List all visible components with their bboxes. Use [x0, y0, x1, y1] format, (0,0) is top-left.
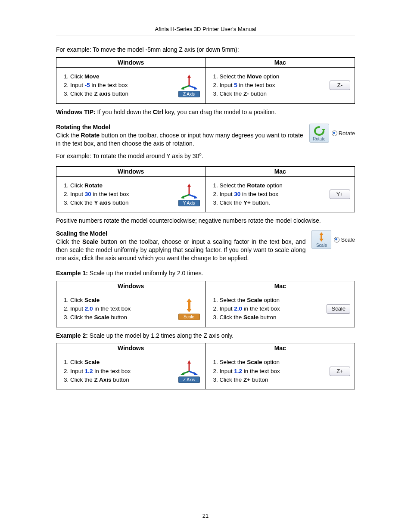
y-plus-button[interactable]: Y+	[330, 190, 350, 199]
svg-marker-22	[181, 372, 184, 375]
z-axis-caption-2: Z Axis	[178, 376, 200, 383]
scale2-win-steps: Click Scale Input 1.2 in the text box Cl…	[70, 358, 131, 385]
svg-rect-17	[188, 302, 190, 309]
svg-marker-15	[319, 239, 324, 242]
example2-label: Example 2: Scale up the model by 1.2 tim…	[56, 332, 355, 340]
scale-radio: Scale	[334, 236, 355, 243]
scale-side-block: Scale Scale	[311, 230, 355, 249]
windows-tip: Windows TIP: If you hold down the Ctrl k…	[56, 108, 355, 116]
rotate-mac-steps: Select the Rotate option Input 30 in the…	[220, 181, 283, 208]
svg-marker-13	[319, 232, 324, 235]
scale-caption: Scale	[178, 314, 200, 320]
svg-marker-1	[187, 75, 191, 78]
rotate-win-steps: Click Rotate Input 30 in the text box Cl…	[70, 181, 129, 208]
col-mac: Mac	[206, 57, 355, 67]
rotate-toolbar-icon: Rotate	[309, 124, 329, 143]
col-windows: Windows	[56, 166, 206, 176]
svg-marker-5	[194, 87, 198, 90]
col-windows: Windows	[56, 57, 206, 67]
scale-button-icon: Scale	[177, 298, 201, 320]
col-mac: Mac	[206, 343, 355, 353]
y-axis-caption: Y Axis	[178, 200, 200, 206]
z-axis-caption: Z Axis	[178, 91, 200, 97]
scale1-table: Windows Mac Click Scale Input 2.0 in the…	[56, 281, 355, 327]
svg-marker-24	[194, 372, 198, 375]
rotate-radio: Rotate	[332, 130, 355, 137]
svg-marker-8	[187, 184, 191, 187]
rotate-side-block: Rotate Rotate	[309, 124, 355, 143]
page-number: 21	[0, 513, 411, 519]
example1-label: Example 1: Scale up the model uniformly …	[56, 269, 355, 277]
move-example-intro: For example: To move the model -5mm alon…	[56, 46, 355, 54]
z-plus-button[interactable]: Z+	[330, 367, 350, 376]
rotate-table: Windows Mac Click Rotate Input 30 in the…	[56, 166, 355, 213]
rotate-example-intro: For example: To rotate the model around …	[56, 151, 355, 160]
col-windows: Windows	[56, 343, 206, 353]
rotate-note: Positive numbers rotate the model counte…	[56, 217, 355, 225]
z-axis-button-icon-2: Z Axis	[177, 359, 201, 383]
svg-marker-3	[181, 87, 184, 90]
svg-marker-6	[322, 129, 325, 131]
svg-marker-16	[187, 299, 192, 302]
col-windows: Windows	[56, 281, 206, 291]
move-win-steps: Click Move Input -5 in the text box Clic…	[70, 72, 128, 99]
scale2-mac-steps: Select the Scale option Input 1.2 in the…	[220, 358, 280, 385]
scale1-mac-steps: Select the Scale option Input 2.0 in the…	[220, 296, 280, 323]
move-table: Windows Mac Click Move Input -5 in the t…	[56, 57, 355, 104]
page-header: Afinia H-Series 3D Printer User's Manual	[56, 26, 355, 35]
move-mac-steps: Select the Move option Input 5 in the te…	[220, 72, 280, 99]
svg-marker-12	[194, 196, 198, 199]
scaling-heading: Scaling the Model	[56, 230, 355, 237]
z-minus-button[interactable]: Z-	[330, 81, 350, 90]
svg-marker-20	[187, 360, 191, 364]
svg-rect-14	[321, 235, 322, 239]
scaling-paragraph: Click the Scale button on the toolbar, c…	[56, 238, 355, 262]
svg-marker-10	[181, 196, 184, 199]
scale2-table: Windows Mac Click Scale Input 1.2 in the…	[56, 343, 355, 389]
y-axis-button-icon: Y Axis	[177, 183, 201, 206]
svg-marker-18	[187, 309, 192, 312]
scale-mac-button[interactable]: Scale	[327, 304, 350, 314]
z-axis-button-icon: Z Axis	[177, 74, 201, 97]
scale1-win-steps: Click Scale Input 2.0 in the text box Cl…	[70, 296, 131, 323]
col-mac: Mac	[206, 281, 355, 291]
col-mac: Mac	[206, 166, 355, 176]
scale-toolbar-icon: Scale	[311, 230, 331, 249]
